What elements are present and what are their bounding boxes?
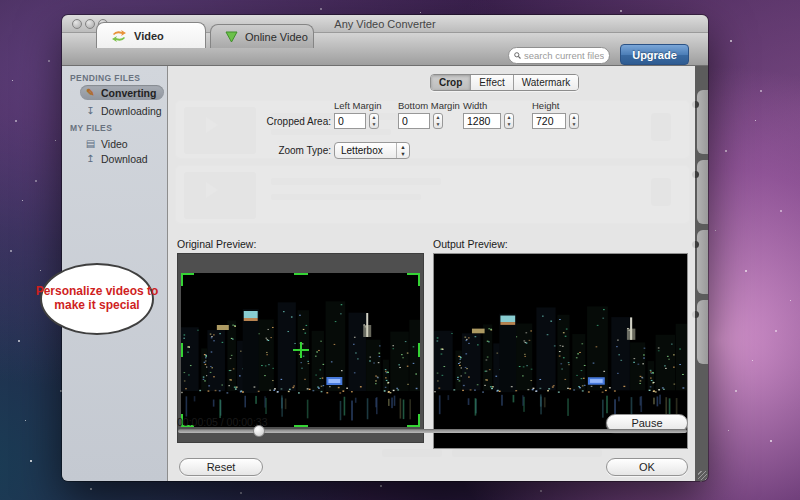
cropped-area-label: Cropped Area:	[238, 116, 331, 127]
bottom-margin-input[interactable]	[398, 113, 430, 129]
crop-edge-bottom[interactable]	[294, 425, 308, 427]
bottom-margin-label: Bottom Margin	[398, 100, 460, 111]
sidebar-item-download[interactable]: ↥ Download	[80, 151, 164, 166]
segment-effect[interactable]: Effect	[471, 75, 513, 90]
search-field[interactable]	[508, 47, 610, 64]
app-window: Any Video Converter Video Online Video	[62, 15, 708, 481]
crop-edge-top[interactable]	[294, 273, 308, 275]
upgrade-button[interactable]: Upgrade	[620, 44, 689, 65]
download-arrow-icon: ↧	[85, 105, 96, 116]
upload-tray-icon: ↥	[85, 153, 96, 164]
converting-pencil-icon: ✎	[85, 87, 96, 98]
width-stepper[interactable]: ▲▼	[504, 113, 514, 129]
ok-button[interactable]: OK	[606, 458, 688, 476]
crop-corner-tl[interactable]	[181, 273, 194, 286]
star-field-small	[0, 0, 1, 1]
ghost-row-end	[697, 300, 708, 364]
ghost-row-end	[697, 160, 708, 224]
sidebar-header-pending-files: PENDING FILES	[70, 73, 140, 83]
height-stepper[interactable]: ▲▼	[569, 113, 579, 129]
original-video-frame	[181, 273, 420, 427]
tab-video-label: Video	[134, 30, 164, 42]
zoom-type-popup[interactable]: Letterbox ▲▼	[334, 142, 410, 159]
original-preview-label: Original Preview:	[177, 238, 256, 250]
sidebar-item-downloading[interactable]: ↧ Downloading	[80, 103, 164, 118]
left-margin-stepper[interactable]: ▲▼	[369, 113, 379, 129]
reset-button[interactable]: Reset	[179, 458, 263, 476]
bottom-margin-stepper[interactable]: ▲▼	[433, 113, 443, 129]
convert-arrows-icon	[111, 30, 127, 42]
seek-slider[interactable]	[178, 429, 687, 433]
resize-grip[interactable]	[698, 471, 707, 480]
output-preview-label: Output Preview:	[433, 238, 508, 250]
minimize-button-icon[interactable]	[85, 19, 95, 29]
sidebar-item-download-label: Download	[101, 153, 148, 165]
city-night-video-output	[434, 280, 687, 424]
crop-center-cross[interactable]	[300, 342, 302, 358]
sidebar-item-converting[interactable]: ✎ Converting	[80, 85, 164, 100]
width-label: Width	[463, 100, 487, 111]
crop-effect-watermark-tabs: Crop Effect Watermark	[430, 74, 579, 91]
tab-online-video-label: Online Video	[245, 31, 308, 43]
film-icon: ▤	[85, 138, 96, 149]
original-preview	[177, 253, 424, 443]
segment-crop[interactable]: Crop	[431, 75, 471, 90]
right-edge-strip	[695, 66, 708, 481]
close-button-icon[interactable]	[72, 19, 82, 29]
sidebar-item-converting-label: Converting	[101, 87, 156, 99]
left-margin-input[interactable]	[334, 113, 366, 129]
tab-video[interactable]: Video	[96, 22, 206, 48]
popup-arrows-icon: ▲▼	[396, 143, 409, 158]
crop-panel: Crop Effect Watermark Left Margin Bottom…	[168, 66, 695, 481]
height-input[interactable]	[532, 113, 566, 129]
green-triangle-icon	[225, 31, 238, 43]
crop-corner-tr[interactable]	[407, 273, 420, 286]
sidebar-item-video-label: Video	[101, 138, 128, 150]
width-input[interactable]	[463, 113, 501, 129]
ghost-row-end	[697, 90, 708, 154]
crop-corner-br[interactable]	[407, 414, 420, 427]
crop-edge-right[interactable]	[418, 343, 420, 357]
tab-online-video[interactable]: Online Video	[210, 24, 314, 48]
sidebar-item-video[interactable]: ▤ Video	[80, 136, 164, 151]
callout-line2: make it special	[54, 299, 139, 313]
height-label: Height	[532, 100, 559, 111]
callout-bubble: Personalize videos to make it special	[40, 263, 154, 335]
sidebar-item-downloading-label: Downloading	[101, 105, 162, 117]
desktop: Any Video Converter Video Online Video	[0, 0, 800, 500]
crop-edge-left[interactable]	[181, 343, 183, 357]
zoom-type-label: Zoom Type:	[238, 145, 331, 156]
segment-watermark[interactable]: Watermark	[514, 75, 579, 90]
zoom-type-value: Letterbox	[341, 145, 383, 156]
left-margin-label: Left Margin	[334, 100, 382, 111]
sidebar-header-my-files: MY FILES	[70, 123, 112, 133]
ghost-row-end	[697, 230, 708, 294]
search-input[interactable]	[524, 50, 604, 61]
search-icon	[514, 51, 521, 60]
callout-line1: Personalize videos to	[36, 285, 159, 299]
